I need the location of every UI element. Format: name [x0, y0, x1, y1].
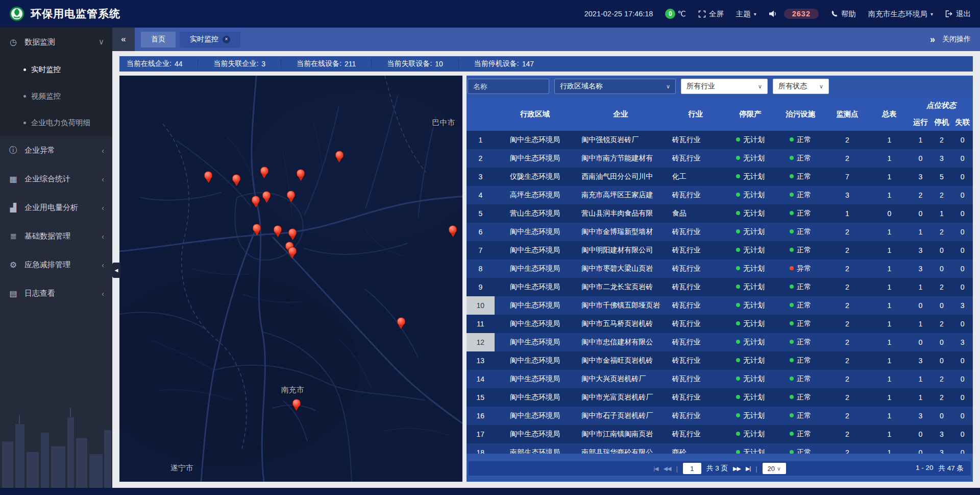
pagination-summary: 1 - 20 共 47 条 — [916, 464, 964, 473]
cell-limit-production: 无计划 — [725, 204, 775, 223]
first-page-button[interactable]: |◀ — [653, 465, 658, 472]
cell-stopped: 5 — [932, 168, 952, 186]
table-row[interactable]: 18南部生态环境局南部县瑞华商砼有限公商砼无计划正常21030 — [467, 443, 973, 454]
close-tab-icon[interactable]: × — [223, 36, 230, 43]
cell-facility-status: 正常 — [775, 388, 825, 407]
status-dot-green — [736, 229, 740, 233]
industry-select[interactable]: 所有行业 ∨ — [681, 79, 768, 94]
stat-value: 10 — [435, 60, 443, 68]
logout-button[interactable]: 退出 — [945, 9, 971, 19]
table-row[interactable]: 7阆中生态环境局阆中明阳建材有限公司砖瓦行业无计划正常21300 — [467, 241, 973, 260]
sidebar-item-log-view[interactable]: ▤日志查看‹ — [0, 279, 112, 308]
map-pin-icon[interactable] — [335, 151, 344, 159]
table-row[interactable]: 10阆中生态环境局阆中市千佛镇五郎垭页岩砖瓦行业无计划正常21003 — [467, 296, 973, 315]
status-dot-green — [790, 174, 794, 178]
sidebar-item-video-monitor[interactable]: 视频监控 — [0, 83, 112, 109]
collapse-tabs-button[interactable]: « — [112, 28, 135, 51]
map-pin-icon[interactable] — [449, 225, 457, 234]
status-dot-green — [736, 358, 740, 362]
cell-row-index: 15 — [467, 388, 495, 407]
last-page-button[interactable]: ▶| — [746, 465, 750, 472]
table-row[interactable]: 1阆中生态环境局阆中强锐页岩砖厂砖瓦行业无计划正常21120 — [467, 131, 973, 149]
sidebar-item-power-load-detail[interactable]: 企业电力负荷明细 — [0, 109, 112, 136]
table-row[interactable]: 9阆中生态环境局阆中市二龙长宝页岩砖砖瓦行业无计划正常21120 — [467, 278, 973, 296]
double-chevron-right-icon[interactable]: » — [930, 34, 935, 45]
cell-row-index: 10 — [467, 296, 495, 315]
cell-industry: 食品 — [666, 204, 725, 223]
tab-home[interactable]: 首页 — [141, 32, 176, 48]
cell-row-index: 12 — [467, 333, 495, 351]
cell-industry: 砖瓦行业 — [666, 425, 725, 443]
cell-stopped: 2 — [932, 223, 952, 241]
table-row[interactable]: 3仪陇生态环境局西南油气田分公司川中化工无计划正常71350 — [467, 168, 973, 186]
sidebar-item-data-monitor[interactable]: ◷数据监测∨ — [0, 28, 112, 56]
map-pin-icon[interactable] — [297, 169, 305, 178]
cell-disconnected: 0 — [952, 315, 973, 333]
temperature-unit: ℃ — [677, 10, 685, 18]
sidebar-item-company-statistics[interactable]: ▦企业综合统计‹ — [0, 164, 112, 193]
page-number-input[interactable] — [683, 463, 701, 474]
table-row[interactable]: 8阆中生态环境局阆中市枣碧大梁山页岩砖瓦行业无计划异常21300 — [467, 260, 973, 278]
cell-disconnected: 0 — [952, 407, 973, 425]
theme-menu[interactable]: 主题 ▾ — [736, 9, 756, 19]
cell-disconnected: 0 — [952, 149, 973, 168]
cell-monitor-points: 1 — [825, 204, 869, 223]
table-row[interactable]: 16阆中生态环境局阆中市石子页岩机砖厂砖瓦行业无计划正常21300 — [467, 407, 973, 425]
map-pin-icon[interactable] — [204, 171, 213, 180]
map-pin-icon[interactable] — [288, 247, 297, 255]
org-menu[interactable]: 南充市生态环境局 ▾ — [868, 9, 933, 19]
sidebar-item-realtime-monitor[interactable]: 实时监控 — [0, 56, 112, 83]
cell-facility-status: 正常 — [775, 131, 825, 149]
region-select[interactable]: 行政区域名称 ∨ — [554, 79, 676, 94]
table-row[interactable]: 11阆中生态环境局阆中市五马桥页岩机砖砖瓦行业无计划正常21120 — [467, 315, 973, 333]
table-row[interactable]: 12阆中生态环境局阆中市忠信建材有限公砖瓦行业无计划正常21003 — [467, 333, 973, 351]
cell-total-meters: 1 — [869, 149, 910, 168]
map-pin-icon[interactable] — [253, 224, 261, 232]
table-row[interactable]: 17阆中生态环境局阆中市江南镇阆南页岩砖瓦行业无计划正常21030 — [467, 425, 973, 443]
fullscreen-button[interactable]: 全屏 — [698, 9, 724, 19]
map-pin-icon[interactable] — [260, 167, 268, 175]
help-button[interactable]: 帮助 — [831, 9, 856, 19]
prev-page-button[interactable]: ◀◀ — [664, 465, 671, 472]
sidebar-item-power-usage-analysis[interactable]: ▟企业用电量分析‹ — [0, 193, 112, 222]
map-pin-icon[interactable] — [292, 399, 301, 408]
map-pin-icon[interactable] — [274, 225, 282, 234]
cell-industry: 砖瓦行业 — [666, 278, 725, 296]
close-operations-button[interactable]: 关闭操作 — [942, 35, 971, 44]
cell-industry: 砖瓦行业 — [666, 149, 725, 168]
chevron-down-icon: ∨ — [777, 465, 781, 472]
cell-limit-production: 无计划 — [725, 407, 775, 425]
tab-bar: « 首页 实时监控 × » 关闭操作 — [112, 28, 980, 51]
map-pin-icon[interactable] — [252, 196, 260, 204]
table-row[interactable]: 4高坪生态环境局南充市高坪区王家店建砖瓦行业无计划正常31220 — [467, 186, 973, 204]
table-row[interactable]: 2阆中生态环境局阆中市南方节能建材有砖瓦行业无计划正常21030 — [467, 149, 973, 168]
table-row[interactable]: 6阆中生态环境局阆中市金博瑞新型墙材砖瓦行业无计划正常21120 — [467, 223, 973, 241]
cell-total-meters: 1 — [869, 278, 910, 296]
status-select[interactable]: 所有状态 ∨ — [773, 79, 829, 94]
map-pin-icon[interactable] — [232, 174, 241, 183]
status-dot-green — [736, 193, 740, 197]
table-row[interactable]: 5营山生态环境局营山县润丰肉食品有限食品无计划正常10010 — [467, 204, 973, 223]
table-row[interactable]: 13阆中生态环境局阆中市金福旺页岩机砖砖瓦行业无计划正常21300 — [467, 351, 973, 370]
name-search-input[interactable] — [468, 79, 549, 94]
speaker-button[interactable] — [769, 10, 777, 17]
cell-region: 阆中生态环境局 — [495, 407, 576, 425]
cell-industry: 砖瓦行业 — [666, 260, 725, 278]
map-collapse-handle[interactable]: ◀ — [112, 263, 120, 278]
page-size-select[interactable]: 20 ∨ — [763, 463, 786, 474]
sidebar-item-emergency-reduction-mgmt[interactable]: ⚙应急减排管理‹ — [0, 250, 112, 279]
table-row[interactable]: 14阆中生态环境局阆中大兴页岩机砖厂砖瓦行业无计划正常21120 — [467, 370, 973, 388]
map-pin-icon[interactable] — [397, 317, 405, 326]
cell-stopped: 0 — [932, 351, 952, 370]
tab-realtime-monitor[interactable]: 实时监控 × — [180, 32, 240, 48]
map-pin-icon[interactable] — [262, 191, 271, 200]
table-row[interactable]: 15阆中生态环境局阆中市光富页岩机砖厂砖瓦行业无计划正常21120 — [467, 388, 973, 407]
map-pin-icon[interactable] — [288, 228, 297, 237]
sidebar-item-company-abnormal[interactable]: ⓘ企业异常‹ — [0, 136, 112, 164]
alert-count-badge[interactable]: 2632 — [784, 9, 819, 19]
map-pin-icon[interactable] — [287, 191, 296, 199]
sidebar-item-base-data-mgmt[interactable]: ≣基础数据管理‹ — [0, 222, 112, 250]
next-page-button[interactable]: ▶▶ — [733, 465, 741, 472]
map-panel[interactable]: 巴中市南充市遂宁市 ◀ — [119, 76, 462, 482]
cell-monitor-points: 2 — [825, 315, 869, 333]
